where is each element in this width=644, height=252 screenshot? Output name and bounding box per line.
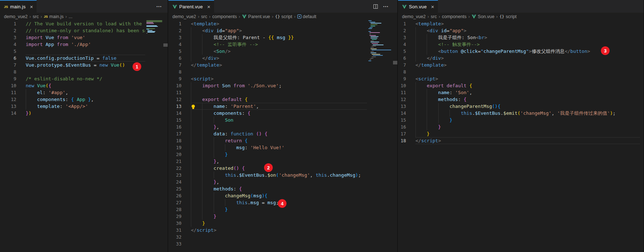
indent-guide: [202, 158, 213, 165]
code-line[interactable]: 12components: { App },: [0, 96, 168, 103]
code-line[interactable]: 7Vue.prototype.$EventBus = new Vue(): [0, 62, 168, 68]
code-line[interactable]: 8: [168, 68, 397, 75]
code-line[interactable]: 4import App from './App': [0, 41, 168, 48]
code-line[interactable]: 26changeMsg(msg){: [168, 192, 397, 199]
code-line[interactable]: 16},: [168, 123, 397, 130]
code-line[interactable]: 3我是子组件: Son<br>: [398, 34, 644, 41]
code-line[interactable]: 18</script>: [398, 137, 644, 144]
close-icon[interactable]: ×: [30, 4, 33, 9]
code-line[interactable]: 15}: [398, 117, 644, 123]
tab-son-vue[interactable]: Son.vue×: [398, 0, 438, 13]
code-line[interactable]: 11: [168, 89, 397, 96]
token: import: [26, 42, 46, 47]
code-line[interactable]: 2<div id="app">: [398, 27, 644, 34]
code-line[interactable]: 6Vue.config.productionTip = false: [0, 55, 168, 62]
code-line[interactable]: 9<script>: [168, 75, 397, 82]
close-icon[interactable]: ×: [207, 4, 210, 9]
split-editor-icon[interactable]: [373, 4, 378, 9]
code-line[interactable]: 14this.$EventBus.$emit('changeMsg', '我是子…: [398, 110, 644, 117]
code-line[interactable]: 16}: [398, 123, 644, 130]
breadcrumb-item[interactable]: Son.vue: [472, 14, 494, 19]
code-line[interactable]: 30}: [168, 220, 397, 227]
breadcrumb-item[interactable]: {}script: [499, 14, 517, 19]
code-line[interactable]: 29}: [168, 213, 397, 220]
breadcrumb-item[interactable]: default: [297, 14, 317, 19]
breadcrumb-item[interactable]: src: [33, 14, 39, 19]
code-line[interactable]: 11name: 'Son',: [398, 89, 644, 96]
code-line[interactable]: 31</script>: [168, 227, 397, 234]
code-line[interactable]: 4<!-- 监听事件 -->: [168, 41, 397, 48]
code-line[interactable]: 32: [168, 234, 397, 240]
indent-guide: [415, 27, 427, 34]
code-line[interactable]: 8: [398, 68, 644, 75]
code-line[interactable]: 23this.$EventBus.$on('changeMsg', this.c…: [168, 172, 397, 178]
code-line[interactable]: 13changeParentMsg(){: [398, 103, 644, 110]
code-line[interactable]: 3import Vue from 'vue': [0, 34, 168, 41]
more-actions-icon[interactable]: ⋯: [156, 3, 162, 10]
close-icon[interactable]: ×: [431, 4, 434, 9]
breadcrumb-item[interactable]: JSmain.js: [44, 14, 64, 19]
code-line[interactable]: 19msg: 'Hello Vue!': [168, 144, 397, 151]
code-line[interactable]: 5<Son/>: [168, 48, 397, 55]
breadcrumb-item[interactable]: Parent.vue: [242, 14, 270, 19]
code-line[interactable]: 10new Vue({: [0, 82, 168, 89]
code-line[interactable]: 12methods: {: [398, 96, 644, 103]
code-line[interactable]: 20}: [168, 151, 397, 158]
code-line[interactable]: 13template: '<App/>': [0, 103, 168, 110]
braces-symbol-icon: {}: [499, 14, 504, 19]
code-line[interactable]: 10export default {: [398, 82, 644, 89]
code-line[interactable]: 22created() {: [168, 165, 397, 172]
breadcrumb-item[interactable]: demo_vue2: [402, 14, 426, 19]
code-line[interactable]: 13name: 'Parrent',: [168, 103, 397, 110]
code-line[interactable]: 2// (runtime-only or standalone) has bee…: [0, 27, 168, 34]
code-line[interactable]: 7</template>: [398, 62, 644, 68]
scrollbar-thumb[interactable]: [163, 43, 168, 47]
code-line[interactable]: 1<template>: [168, 20, 397, 27]
tab-main-js[interactable]: JSmain.js×: [0, 0, 37, 13]
indent-guide: [415, 41, 427, 48]
code-line[interactable]: 33: [168, 240, 397, 247]
code-line[interactable]: 17data: function () {: [168, 130, 397, 137]
code-line[interactable]: 9<script>: [398, 75, 644, 82]
code-line[interactable]: 15Son: [168, 117, 397, 123]
lightbulb-icon[interactable]: [191, 105, 195, 109]
code-line[interactable]: 1<template>: [398, 20, 644, 27]
breadcrumb-item[interactable]: demo_vue2: [172, 14, 196, 19]
code-line[interactable]: 6</div>: [398, 55, 644, 62]
code-line[interactable]: 21},: [168, 158, 397, 165]
code-line[interactable]: 2<div id="app">: [168, 27, 397, 34]
code-line[interactable]: 14}): [0, 110, 168, 117]
breadcrumb-item[interactable]: components: [212, 14, 237, 19]
code-line[interactable]: 9/* eslint-disable no-new */: [0, 75, 168, 82]
code-line[interactable]: 25methods: {: [168, 185, 397, 192]
tab-parent-vue[interactable]: Parent.vue×: [168, 0, 214, 13]
code-line[interactable]: 5: [0, 48, 168, 55]
minimap[interactable]: [146, 20, 164, 35]
code-line[interactable]: 17}: [398, 130, 644, 137]
code-line[interactable]: 10import Son from './Son.vue';: [168, 82, 397, 89]
code-line[interactable]: 8: [0, 68, 168, 75]
code-line[interactable]: 14components: {: [168, 110, 397, 117]
code-line[interactable]: 1// The Vue build version to load with t…: [0, 20, 168, 27]
code-line[interactable]: 3我是父组件: Parent - {{ msg }}: [168, 34, 397, 41]
line-number: 8: [398, 68, 415, 75]
token: import: [26, 35, 46, 40]
scrollbar-thumb[interactable]: [393, 61, 397, 64]
code-line[interactable]: 24},: [168, 178, 397, 185]
minimap[interactable]: [368, 20, 393, 66]
breadcrumb-item[interactable]: ...: [69, 14, 72, 19]
breadcrumb-item[interactable]: {}script: [275, 14, 292, 19]
code-line[interactable]: 7</template>: [168, 62, 397, 68]
breadcrumb-separator-icon: ›: [427, 14, 429, 19]
breadcrumb-item[interactable]: src: [431, 14, 437, 19]
code-line[interactable]: 11el: '#app',: [0, 89, 168, 96]
code-line[interactable]: 18return {: [168, 137, 397, 144]
breadcrumb-item[interactable]: components: [442, 14, 467, 19]
breadcrumb-item[interactable]: demo_vue2: [4, 14, 28, 19]
token: $EventBus: [66, 62, 91, 68]
line-number: 16: [168, 123, 191, 130]
more-actions-icon[interactable]: ⋯: [383, 3, 389, 10]
code-line[interactable]: 6</div>: [168, 55, 397, 62]
breadcrumb-item[interactable]: src: [201, 14, 207, 19]
code-line[interactable]: 12export default {: [168, 96, 397, 103]
